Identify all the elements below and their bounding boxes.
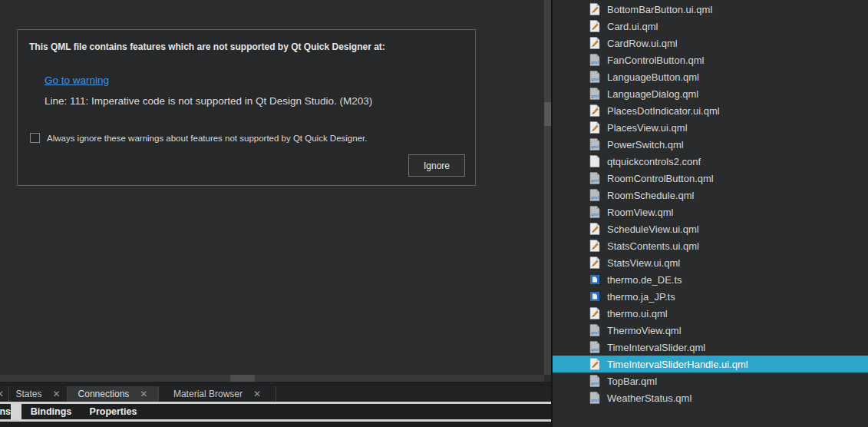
file-list-item[interactable]: BottomBarButton.ui.qml: [553, 1, 868, 18]
file-name: thermo.ui.qml: [607, 308, 668, 319]
qml-icon: qml: [589, 172, 600, 184]
file-list-item[interactable]: qmlThermoView.qml: [553, 322, 868, 339]
dock-tab-bar: ✕ States ✕ Connections ✕ Material Browse…: [0, 386, 551, 402]
dock-tab-connections[interactable]: Connections ✕: [68, 386, 159, 402]
conf-icon: [589, 155, 600, 167]
connections-view-tab-bar: Connections Bindings Properties: [0, 404, 551, 419]
close-icon[interactable]: ✕: [0, 389, 4, 399]
qml-icon: qml: [589, 138, 600, 151]
svg-text:qml: qml: [591, 398, 599, 402]
file-list-item[interactable]: PlacesDotIndicator.ui.qml: [553, 102, 868, 119]
file-list-item[interactable]: qmlRoomSchedule.qml: [553, 187, 868, 204]
file-list-item[interactable]: qmlRoomView.qml: [553, 204, 868, 220]
svg-text:qml: qml: [591, 178, 599, 183]
vertical-scrollbar[interactable]: [544, 0, 551, 375]
file-name: TopBar.qml: [607, 376, 657, 387]
file-name: ScheduleView.ui.qml: [607, 223, 699, 235]
file-name: LanguageDialog.qml: [607, 88, 698, 100]
svg-text:qml: qml: [591, 195, 599, 200]
horizontal-scrollbar[interactable]: [0, 375, 544, 382]
qml-icon: qml: [589, 324, 600, 336]
view-tab-bindings[interactable]: Bindings: [21, 404, 81, 419]
svg-text:qml: qml: [591, 94, 599, 98]
always-ignore-label: Always ignore these warnings about featu…: [47, 134, 367, 143]
svg-text:qml: qml: [591, 347, 599, 352]
go-to-warning-link[interactable]: Go to warning: [45, 74, 109, 86]
file-name: ThermoView.qml: [607, 325, 682, 336]
file-name: thermo.ja_JP.ts: [607, 291, 675, 303]
file-list-item[interactable]: StatsContents.ui.qml: [553, 237, 868, 254]
file-list-item[interactable]: qmlRoomControlButton.qml: [553, 170, 868, 187]
file-list-item[interactable]: qmlFanControlButton.qml: [553, 51, 868, 68]
view-tab-label: Properties: [90, 406, 137, 417]
svg-text:qml: qml: [591, 60, 599, 65]
file-name: LanguageButton.qml: [607, 71, 699, 83]
file-name: thermo.de_DE.ts: [607, 274, 682, 286]
file-list-item[interactable]: CardRow.ui.qml: [553, 35, 868, 51]
ui-qml-icon: [589, 240, 600, 252]
svg-text:qml: qml: [591, 77, 599, 81]
file-list-item[interactable]: thermo.ja_JP.ts: [553, 288, 868, 305]
file-list-item[interactable]: Card.ui.qml: [553, 18, 868, 35]
ignore-button[interactable]: Ignore: [408, 154, 465, 177]
view-tab-label: Connections: [0, 406, 11, 417]
always-ignore-checkbox[interactable]: [30, 133, 40, 143]
file-list-item[interactable]: thermo.de_DE.ts: [553, 271, 868, 288]
file-list-item[interactable]: qmlWeatherStatus.qml: [553, 389, 868, 406]
file-name: WeatherStatus.qml: [607, 392, 691, 404]
file-list-item[interactable]: TimeIntervalSliderHandle.ui.qml: [553, 356, 868, 372]
vertical-scrollbar-thumb[interactable]: [544, 102, 551, 126]
ui-qml-icon: [589, 257, 600, 269]
file-list-item[interactable]: ScheduleView.ui.qml: [553, 220, 868, 237]
ui-qml-icon: [589, 3, 600, 15]
ui-qml-icon: [589, 307, 600, 319]
file-name: qtquickcontrols2.conf: [607, 156, 701, 167]
dock-tab-label: States: [15, 389, 41, 399]
file-name: TimeIntervalSliderHandle.ui.qml: [607, 359, 748, 370]
file-list-item[interactable]: thermo.ui.qml: [553, 305, 868, 322]
qml-icon: qml: [589, 375, 600, 387]
file-name: StatsView.ui.qml: [607, 257, 680, 269]
qml-icon: qml: [589, 88, 600, 100]
file-list-item[interactable]: qmlLanguageDialog.qml: [553, 85, 868, 102]
file-name: PlacesDotIndicator.ui.qml: [607, 105, 720, 117]
view-tab-connections[interactable]: Connections: [0, 404, 11, 419]
ui-qml-icon: [589, 104, 600, 117]
dock-tab-clipped[interactable]: ✕: [0, 386, 9, 402]
ui-qml-icon: [589, 223, 600, 235]
warning-message: Line: 111: Imperative code is not suppor…: [45, 95, 372, 107]
file-name: FanControlButton.qml: [607, 55, 704, 66]
file-list-item[interactable]: PlacesView.ui.qml: [553, 119, 868, 136]
file-name: PlacesView.ui.qml: [607, 122, 688, 134]
horizontal-scrollbar-thumb[interactable]: [230, 375, 255, 382]
svg-text:qml: qml: [591, 330, 599, 335]
qt-design-studio-window: This QML file contains features which ar…: [0, 0, 868, 427]
qml-icon: qml: [589, 341, 600, 353]
file-list-item[interactable]: qtquickcontrols2.conf: [553, 153, 868, 170]
project-file-list: BottomBarButton.ui.qmlCard.ui.qmlCardRow…: [553, 0, 868, 427]
status-strip: [0, 422, 551, 427]
ts-icon: [589, 290, 600, 303]
file-list-item[interactable]: qmlTimeIntervalSlider.qml: [553, 339, 868, 356]
ts-icon: [589, 273, 600, 286]
view-tab-properties[interactable]: Properties: [81, 404, 146, 419]
close-icon[interactable]: ✕: [52, 389, 60, 399]
ui-qml-icon: [589, 37, 600, 49]
close-icon[interactable]: ✕: [253, 389, 261, 399]
dock-tab-states[interactable]: States ✕: [9, 386, 68, 402]
file-list-item[interactable]: StatsView.ui.qml: [553, 254, 868, 271]
file-name: PowerSwitch.qml: [607, 139, 684, 151]
qml-icon: qml: [589, 189, 600, 201]
close-icon[interactable]: ✕: [140, 389, 147, 399]
qml-warning-dialog: This QML file contains features which ar…: [17, 29, 476, 186]
file-name: CardRow.ui.qml: [607, 38, 678, 49]
file-list-item[interactable]: qmlTopBar.qml: [553, 372, 868, 389]
file-name: RoomSchedule.qml: [607, 190, 694, 201]
file-list-item[interactable]: qmlPowerSwitch.qml: [553, 136, 868, 153]
dock-tab-label: Material Browser: [173, 389, 243, 399]
tab-gap: [11, 404, 21, 419]
view-tab-label: Bindings: [31, 406, 71, 417]
dock-tab-material-browser[interactable]: Material Browser ✕: [159, 386, 276, 402]
svg-text:qml: qml: [591, 144, 599, 149]
file-list-item[interactable]: qmlLanguageButton.qml: [553, 68, 868, 85]
